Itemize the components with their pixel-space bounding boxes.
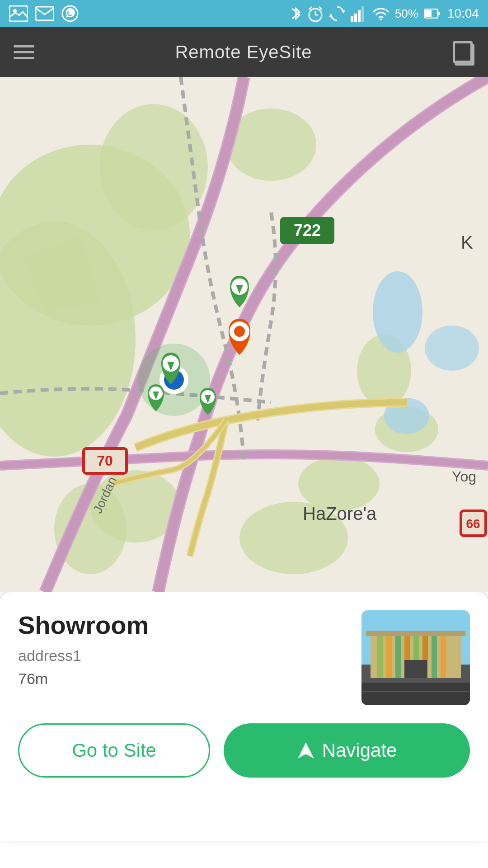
signal-icon	[351, 5, 367, 22]
navigate-arrow-icon	[297, 741, 315, 760]
svg-point-25	[298, 457, 380, 511]
svg-rect-16	[425, 10, 432, 17]
svg-point-13	[380, 19, 382, 20]
hazore-label: HaZore'a	[303, 504, 377, 524]
alarm-icon	[307, 5, 324, 22]
svg-rect-10	[354, 14, 357, 22]
svg-rect-54	[361, 683, 470, 705]
svg-rect-2	[36, 7, 54, 20]
image-icon	[9, 5, 28, 22]
site-address: address1	[18, 647, 361, 665]
map-svg: 722 70 66 HaZore'a Jordan Yog K	[0, 77, 488, 592]
yog-label: Yog	[452, 468, 476, 485]
svg-rect-12	[361, 6, 364, 22]
site-thumbnail	[361, 610, 470, 705]
status-bar-right-icons: 50% 10:04	[290, 5, 479, 22]
battery-text: 50%	[395, 7, 418, 21]
svg-rect-50	[432, 631, 437, 678]
svg-rect-44	[377, 631, 383, 678]
navigate-label: Navigate	[322, 740, 397, 761]
email-icon	[35, 6, 54, 21]
svg-point-40	[234, 326, 245, 337]
site-name: Showroom	[18, 610, 361, 640]
svg-rect-11	[358, 10, 361, 22]
svg-point-1	[13, 9, 17, 13]
goto-site-button[interactable]: Go to Site	[18, 723, 210, 778]
status-bar-left-icons	[9, 5, 79, 22]
k-label: K	[461, 232, 473, 252]
svg-text:70: 70	[97, 453, 113, 469]
battery-icon	[424, 9, 440, 19]
action-buttons: Go to Site Navigate	[18, 723, 470, 796]
svg-marker-56	[298, 742, 314, 759]
goto-site-label: Go to Site	[72, 740, 156, 761]
svg-rect-9	[351, 16, 353, 22]
svg-rect-51	[441, 631, 446, 678]
svg-point-20	[99, 104, 208, 231]
svg-text:66: 66	[466, 517, 480, 531]
bluetooth-icon	[290, 5, 302, 22]
site-info-card: Showroom address1 76m	[0, 592, 488, 841]
app-title: Remote EyeSite	[175, 42, 312, 62]
svg-line-7	[309, 7, 312, 9]
whatsapp-icon	[61, 5, 79, 22]
app-bar: Remote EyeSite	[0, 27, 488, 77]
time-display: 10:04	[447, 6, 479, 21]
svg-rect-53	[404, 660, 427, 678]
status-bar: 50% 10:04	[0, 0, 488, 27]
thumbnail-svg	[361, 610, 470, 705]
menu-button[interactable]	[14, 45, 34, 59]
svg-point-29	[373, 271, 422, 353]
svg-rect-45	[386, 631, 392, 678]
map-view[interactable]: 722 70 66 HaZore'a Jordan Yog K	[0, 77, 488, 592]
svg-rect-46	[395, 631, 401, 678]
copy-button[interactable]	[453, 41, 474, 63]
site-distance: 76m	[18, 670, 361, 688]
svg-text:722: 722	[294, 221, 321, 240]
svg-rect-15	[438, 12, 440, 15]
svg-point-31	[425, 326, 479, 371]
svg-rect-52	[366, 631, 465, 636]
svg-line-8	[319, 7, 322, 9]
navigate-button[interactable]: Navigate	[224, 723, 470, 778]
wifi-icon	[372, 7, 389, 20]
sync-icon	[329, 5, 345, 22]
